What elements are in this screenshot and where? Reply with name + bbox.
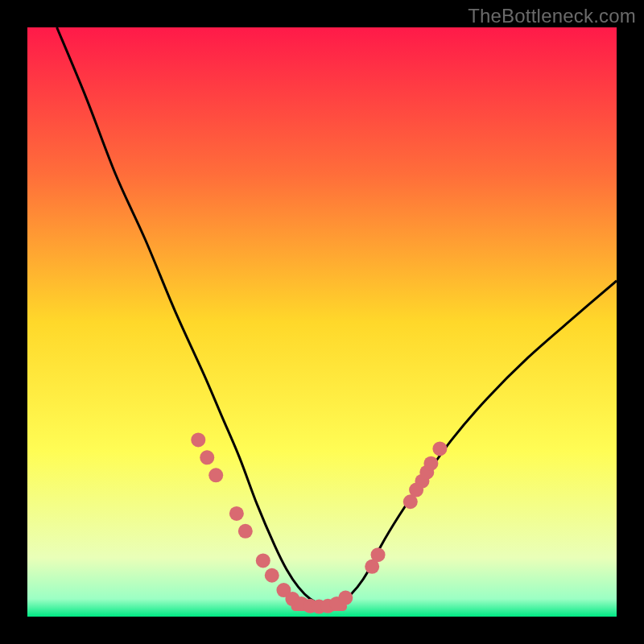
data-marker <box>229 506 244 521</box>
data-marker <box>265 568 279 583</box>
data-marker <box>338 591 353 605</box>
chart-plot-area <box>27 27 617 617</box>
data-marker <box>423 456 438 471</box>
data-marker <box>256 553 270 568</box>
chart-svg <box>27 27 617 617</box>
data-marker <box>200 450 214 464</box>
data-marker <box>432 441 447 456</box>
data-marker <box>238 524 253 539</box>
data-marker <box>371 547 386 562</box>
data-marker <box>208 468 223 482</box>
data-marker <box>191 432 205 447</box>
watermark-text: TheBottleneck.com <box>468 5 636 27</box>
chart-background <box>27 27 617 617</box>
